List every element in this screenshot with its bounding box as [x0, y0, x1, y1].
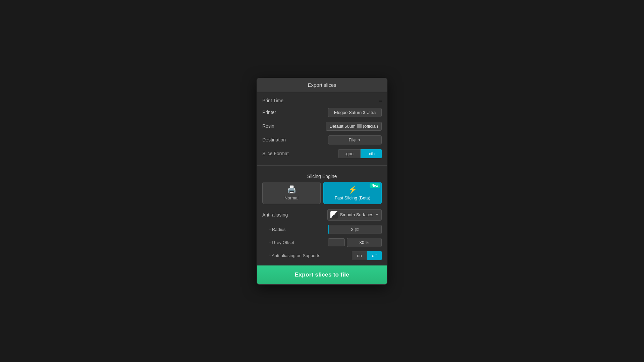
radius-unit: px	[355, 227, 359, 232]
radius-field[interactable]: 2 px	[328, 225, 382, 234]
grey-slider[interactable]	[328, 238, 345, 246]
grey-offset-unit: %	[366, 240, 369, 245]
resin-field[interactable]: Default 50um (official)	[326, 122, 382, 131]
engine-buttons: 🖨️ Normal New ⚡ Fast Slicing (Beta)	[262, 182, 382, 204]
aa-supports-row: Anti-aliasing on Supports on off	[262, 249, 382, 262]
antialiasing-label: Anti-aliasing	[262, 212, 288, 218]
slicing-engine-title: Slicing Engine	[262, 170, 382, 182]
grey-offset-value[interactable]: 30 %	[347, 238, 382, 247]
destination-label: Destination	[262, 137, 286, 142]
dialog-title: Export slices	[257, 78, 387, 92]
slice-format-label: Slice Format	[262, 151, 289, 156]
format-goo-button[interactable]: .goo	[338, 149, 361, 158]
resin-icon	[357, 124, 362, 128]
engine-fast-icon: ⚡	[348, 185, 357, 194]
engine-normal-label: Normal	[284, 195, 299, 200]
engine-normal-button[interactable]: 🖨️ Normal	[262, 182, 321, 204]
resin-row: Resin Default 50um (official)	[262, 119, 382, 133]
slice-format-row: Slice Format .goo .ctb	[262, 147, 382, 161]
aa-supports-toggle: on off	[352, 251, 382, 260]
engine-fast-label: Fast Slicing (Beta)	[335, 195, 370, 200]
destination-value: File	[349, 137, 356, 142]
destination-dropdown[interactable]: File ▼	[328, 135, 382, 144]
grey-offset-label: Grey Offset	[268, 240, 294, 245]
aa-supports-off-button[interactable]: off	[367, 251, 382, 260]
resin-value: Default 50um	[329, 124, 355, 129]
format-ctb-button[interactable]: .ctb	[361, 149, 382, 158]
printer-label: Printer	[262, 110, 276, 115]
engine-fast-button[interactable]: New ⚡ Fast Slicing (Beta)	[323, 182, 382, 204]
export-slices-dialog: Export slices Print Time – Printer Elego…	[257, 78, 387, 285]
new-badge: New	[370, 183, 380, 188]
export-slices-button[interactable]: Export slices to file	[257, 265, 387, 284]
printer-row: Printer Elegoo Saturn 3 Ultra	[262, 106, 382, 119]
radius-row: Radius 2 px	[262, 223, 382, 236]
engine-normal-icon: 🖨️	[287, 185, 296, 194]
antialiasing-value: Smooth Surfaces	[340, 212, 373, 217]
resin-label: Resin	[262, 123, 274, 129]
aa-supports-on-button[interactable]: on	[352, 251, 367, 260]
print-time-row: Print Time –	[262, 96, 382, 106]
print-time-value: –	[379, 98, 382, 103]
antialiasing-row: Anti-aliasing Smooth Surfaces ▼	[262, 207, 382, 223]
aa-supports-label: Anti-aliasing on Supports	[268, 253, 320, 258]
antialiasing-dropdown[interactable]: Smooth Surfaces ▼	[327, 209, 382, 221]
antialiasing-icon	[330, 211, 338, 219]
print-time-label: Print Time	[262, 98, 283, 103]
radius-label: Radius	[268, 227, 285, 232]
divider-1	[257, 165, 387, 166]
format-buttons: .goo .ctb	[338, 149, 382, 158]
resin-official: (official)	[363, 124, 378, 129]
grey-offset-row: Grey Offset 30 %	[262, 236, 382, 249]
antialiasing-arrow-icon: ▼	[375, 213, 379, 217]
dropdown-arrow-icon: ▼	[358, 138, 361, 142]
destination-row: Destination File ▼	[262, 133, 382, 147]
radius-value: 2	[351, 227, 354, 232]
grey-offset-controls: 30 %	[328, 238, 382, 247]
printer-field[interactable]: Elegoo Saturn 3 Ultra	[328, 108, 382, 117]
